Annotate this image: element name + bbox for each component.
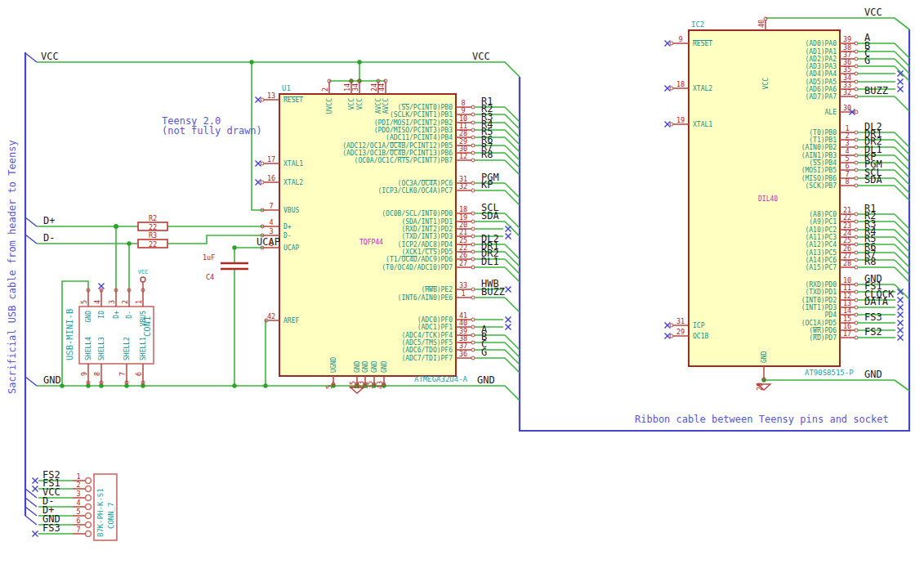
pin-name: (T0)PB0	[809, 129, 837, 137]
pin-end-circle	[855, 161, 858, 164]
pin-number: 5	[76, 508, 80, 516]
net-label: R8	[481, 149, 493, 160]
pin-name: D-	[126, 311, 133, 319]
net-label-dminus[interactable]: D-	[43, 232, 55, 244]
pin-name: GND	[362, 360, 369, 373]
bus-entry-wire	[505, 123, 520, 137]
pin-name: D+	[283, 223, 292, 231]
pin-name: SHELL3	[98, 337, 105, 360]
pin-end-circle	[855, 290, 858, 293]
pin-name: (INT1)PD3	[801, 304, 837, 311]
ic2-part: AT90S8515-P	[805, 369, 854, 377]
bus-entry-wire	[895, 214, 909, 229]
pin-name: XTAL1	[283, 160, 303, 168]
pin-end-circle	[670, 87, 673, 90]
pin-number: 6	[76, 517, 80, 525]
bus-entry-wire	[505, 252, 520, 266]
pin-name: (ADC13/OC1B/OC4B/PCINT13)PB6	[342, 150, 453, 157]
pin-end-circle	[855, 220, 858, 223]
pin-number: 14	[343, 83, 351, 92]
pin-end-circle	[855, 80, 858, 83]
bus-entry-wire	[895, 178, 909, 193]
pin-end-circle	[670, 324, 673, 327]
pin-name: AREF	[283, 317, 299, 325]
net-label: FS3	[42, 522, 60, 534]
pin-name: SHELL2	[123, 337, 131, 360]
pin-end-circle	[86, 486, 92, 492]
pin-number: 6	[845, 162, 849, 170]
net-label: BUZZ	[864, 85, 888, 96]
net-label-gnd-right[interactable]: GND	[477, 374, 495, 386]
pin-number: 7	[76, 526, 80, 534]
pin-end-circle	[855, 168, 858, 172]
pin-name: XTAL2	[283, 179, 303, 186]
pin-name: (AD7)PA7	[805, 93, 837, 101]
pin-name: (AD6)PA6	[805, 86, 837, 93]
bus-entry-wire	[895, 237, 909, 252]
capacitor-c4[interactable]	[221, 263, 248, 269]
net-label-gnd-left[interactable]: GND	[43, 374, 61, 386]
pin-end-circle	[86, 495, 92, 501]
pin-number: 44	[377, 83, 386, 92]
pin-name: (OC0B/SCL/INT0)PD0	[382, 210, 453, 217]
note-teensy-line2: (not fully drawn)	[162, 125, 262, 137]
pin-name: (A8)PC0	[809, 211, 837, 218]
net-label-vcc-ic2[interactable]: VCC	[864, 7, 882, 18]
pin-number: 1	[135, 300, 143, 304]
pin-end-circle	[471, 113, 475, 116]
pin-number: 42	[267, 312, 275, 320]
pin-name: SHELL1	[140, 337, 147, 360]
net-label: FS2	[864, 326, 882, 338]
pin-end-circle	[471, 250, 475, 253]
pin-number: 5	[80, 300, 88, 304]
bus-entry-wire	[505, 342, 520, 357]
pin-number: 4	[93, 300, 101, 304]
pin-name: D+	[113, 311, 120, 319]
bus-entry-wire	[505, 350, 520, 365]
ic2-value: DIL40	[758, 195, 778, 203]
ic2-ref: IC2	[691, 20, 704, 29]
bus-entry-wire	[895, 267, 909, 282]
pin-name: VBUS	[283, 207, 299, 214]
pin-number: 34	[351, 83, 359, 92]
bus-entry-wire	[895, 222, 909, 236]
pin-name: VCC	[348, 98, 355, 110]
bus-entry-wire	[895, 230, 909, 244]
pin-end-circle	[261, 181, 264, 184]
pin-end-circle	[855, 145, 858, 149]
pin-number: 2	[121, 300, 129, 304]
pin-name: (AD4)PA4	[805, 70, 837, 78]
pin-end-circle	[855, 321, 858, 325]
pin-name: (ADC1)PF1	[417, 324, 453, 331]
bus-entry-wire	[895, 132, 909, 147]
pin-name: (SCK)PB7	[805, 182, 837, 190]
pin-number: 19	[676, 116, 685, 124]
pin-end-circle	[471, 296, 475, 299]
pin-end-circle	[471, 144, 475, 147]
pin-number: 23	[357, 381, 365, 389]
pin-end-circle	[670, 334, 673, 338]
pin-name: VCC	[356, 98, 364, 110]
pin-name: (AD3)PA3	[805, 63, 837, 70]
net-label-gnd-ic2[interactable]: GND	[864, 369, 882, 380]
pin-name: (OC3A/OC4A)PC6	[398, 180, 453, 187]
vcc-power-symbol	[141, 277, 145, 289]
bus-entry-wire	[505, 160, 520, 175]
pin-end-circle	[855, 57, 858, 60]
net-label-dplus[interactable]: D+	[43, 215, 55, 226]
pin-end-circle	[471, 341, 475, 344]
r2-ref: R2	[149, 214, 157, 222]
pin-end-circle	[86, 522, 92, 528]
pin-name: (ADC7/TDI)PF7	[401, 355, 453, 362]
pin-name: (T0/OC4D/ADC10)PD7	[382, 264, 453, 271]
pin-name: (INT0)PD2	[801, 297, 837, 304]
pin-end-circle	[855, 50, 858, 53]
c4-value: 1uF	[203, 253, 215, 262]
pin-end-circle	[86, 531, 92, 537]
net-label-vcc-left[interactable]: VCC	[41, 51, 59, 62]
pin-end-circle	[471, 348, 475, 351]
pin-number: 12	[459, 152, 467, 160]
pin-name: OC1B	[693, 333, 708, 340]
pin-name: (TXD/INT3)PD3	[401, 233, 453, 240]
net-label-vcc-right[interactable]: VCC	[472, 51, 490, 62]
